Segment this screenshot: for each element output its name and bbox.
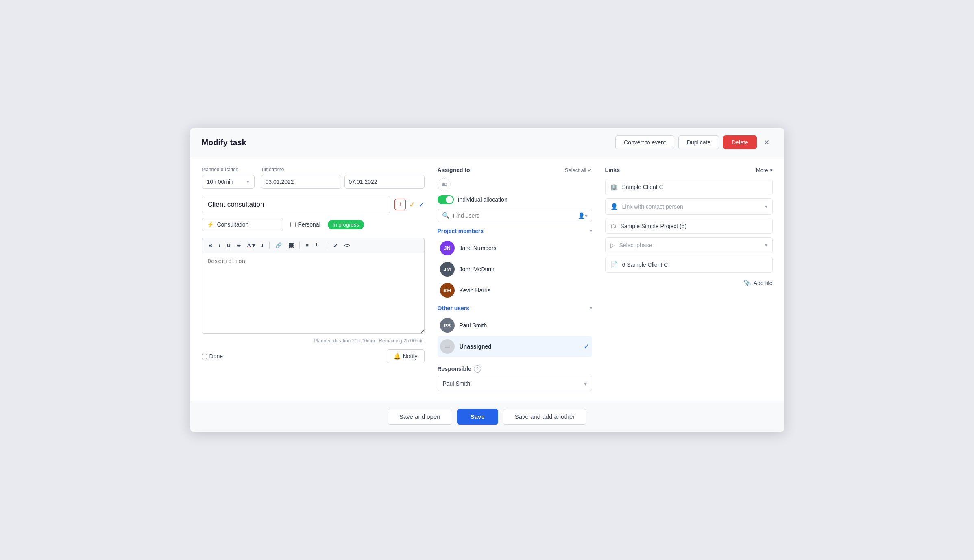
toggle-row: Individual allocation: [438, 195, 592, 204]
bold-button[interactable]: B: [206, 241, 215, 250]
responsible-select[interactable]: Paul Smith ▾: [438, 376, 592, 391]
other-users-chevron-icon: ▾: [590, 305, 592, 311]
user-name-unassigned: Unassigned: [460, 343, 579, 350]
due-date-wrap: [344, 175, 425, 189]
bullet-list-button[interactable]: ≡: [303, 241, 311, 250]
user-item-paul[interactable]: PS Paul Smith: [438, 315, 592, 336]
task-type-input[interactable]: ⚡ Consultation: [202, 218, 283, 231]
code-button[interactable]: <>: [342, 241, 353, 250]
timeframe-field: Timeframe: [261, 167, 425, 189]
avatar-john: JM: [440, 262, 455, 277]
user-item-john[interactable]: JM John McDunn: [438, 259, 592, 280]
user-item-jane[interactable]: JN Jane Numbers: [438, 238, 592, 259]
image-button[interactable]: 🖼: [286, 241, 296, 250]
duplicate-button[interactable]: Duplicate: [678, 135, 719, 149]
link-item-contact[interactable]: 👤 Link with contact person ▾: [605, 198, 773, 215]
status-red-icon[interactable]: [394, 199, 406, 210]
user-item-kevin[interactable]: KH Kevin Harris: [438, 280, 592, 301]
notify-button[interactable]: 🔔 Notify: [387, 349, 425, 363]
help-icon[interactable]: ?: [474, 365, 481, 373]
link-text-phase: Select phase: [619, 242, 761, 248]
italic2-button[interactable]: I: [259, 241, 266, 250]
users-filter-icon[interactable]: 👤▾: [578, 212, 588, 219]
user-name-jane: Jane Numbers: [460, 245, 590, 251]
links-header: Links More ▾: [605, 167, 773, 173]
more-label: More: [756, 167, 768, 173]
responsible-value: Paul Smith: [443, 380, 471, 387]
find-users-input[interactable]: [453, 212, 575, 219]
underline-button[interactable]: U: [224, 241, 233, 250]
status-check-icon[interactable]: ✓: [409, 200, 415, 209]
header-actions: Convert to event Duplicate Delete ×: [615, 135, 772, 149]
select-all-label: Select all: [565, 167, 586, 173]
duration-select[interactable]: 10h 00min ▾: [202, 175, 255, 189]
text-color-button[interactable]: A ▾: [245, 241, 258, 250]
link-button[interactable]: 🔗: [273, 241, 284, 250]
editor-footer: Planned duration 20h 00min | Remaining 2…: [202, 338, 425, 344]
other-users-label: Other users: [438, 305, 470, 312]
responsible-header: Responsible ?: [438, 365, 592, 373]
expand-button[interactable]: ⤢: [331, 241, 340, 250]
done-checkbox-label[interactable]: Done: [202, 353, 223, 360]
task-name-input[interactable]: [202, 196, 390, 213]
responsible-chevron-icon: ▾: [584, 380, 587, 387]
lightning-icon: ⚡: [207, 221, 214, 228]
project-members-header[interactable]: Project members ▾: [438, 228, 592, 234]
avatar-unassigned: —: [440, 339, 455, 354]
description-textarea[interactable]: [202, 253, 425, 334]
task-type-row: ⚡ Consultation Personal In progress: [202, 218, 425, 231]
timeframe-group: [261, 175, 425, 189]
duration-chevron-icon: ▾: [247, 179, 249, 185]
planned-duration-field: Planned duration 10h 00min ▾: [202, 167, 255, 189]
user-name-john: John McDunn: [460, 266, 590, 272]
done-checkbox[interactable]: [202, 354, 207, 359]
strikethrough-button[interactable]: S: [235, 241, 243, 250]
save-and-open-button[interactable]: Save and open: [388, 409, 452, 425]
toolbar-sep-3: [327, 242, 327, 249]
status-check2-icon[interactable]: ✓: [418, 200, 425, 209]
user-item-unassigned[interactable]: — Unassigned ✓: [438, 336, 592, 357]
due-date-input[interactable]: [344, 175, 425, 189]
link-item-project: 🗂 Sample Simple Project (5): [605, 218, 773, 234]
responsible-label: Responsible: [438, 366, 471, 372]
responsible-section: Responsible ? Paul Smith ▾: [438, 365, 592, 391]
more-button[interactable]: More ▾: [756, 167, 773, 173]
left-panel: Planned duration 10h 00min ▾ Timeframe: [202, 167, 425, 391]
link-item-phase[interactable]: ▷ Select phase ▾: [605, 237, 773, 253]
other-users-header[interactable]: Other users ▾: [438, 305, 592, 312]
project-members-label: Project members: [438, 228, 484, 234]
avatar-jane: JN: [440, 241, 455, 255]
individual-allocation-toggle[interactable]: [438, 195, 454, 204]
personal-checkbox-label[interactable]: Personal: [290, 221, 320, 228]
status-icons: ✓ ✓: [394, 199, 425, 210]
numbered-list-button[interactable]: 1.: [313, 240, 324, 250]
link-text-project: Sample Simple Project (5): [621, 223, 767, 229]
save-and-add-another-button[interactable]: Save and add another: [503, 409, 587, 425]
add-file-label: Add file: [754, 280, 773, 286]
avatar-paul: PS: [440, 318, 455, 333]
delete-button[interactable]: Delete: [723, 135, 756, 149]
link-item-doc: 📄 6 Sample Client C: [605, 257, 773, 273]
bell-icon: 🔔: [394, 353, 401, 360]
personal-checkbox[interactable]: [290, 222, 296, 227]
unassigned-check-icon: ✓: [584, 342, 590, 351]
link-text-doc: 6 Sample Client C: [622, 261, 767, 268]
select-all-link[interactable]: Select all ✓: [565, 167, 592, 173]
modal-body: Planned duration 10h 00min ▾ Timeframe: [190, 157, 784, 401]
modal-footer: Save and open Save Save and add another: [190, 401, 784, 432]
phase-chevron-icon: ▾: [765, 242, 767, 248]
add-user-button[interactable]: [438, 178, 451, 191]
phase-icon: ▷: [610, 242, 615, 249]
search-icon: 🔍: [442, 212, 450, 219]
avatar-kevin: KH: [440, 283, 455, 298]
save-button[interactable]: Save: [457, 409, 498, 425]
close-button[interactable]: ×: [761, 135, 773, 149]
italic-button[interactable]: I: [216, 241, 223, 250]
link-item-client-c: 🏢 Sample Client C: [605, 179, 773, 195]
more-chevron-icon: ▾: [770, 167, 773, 173]
start-date-input[interactable]: [261, 175, 341, 189]
convert-to-event-button[interactable]: Convert to event: [615, 135, 674, 149]
add-file-row[interactable]: 📎 Add file: [605, 279, 773, 287]
personal-label: Personal: [298, 221, 320, 228]
paperclip-icon: 📎: [743, 279, 751, 287]
